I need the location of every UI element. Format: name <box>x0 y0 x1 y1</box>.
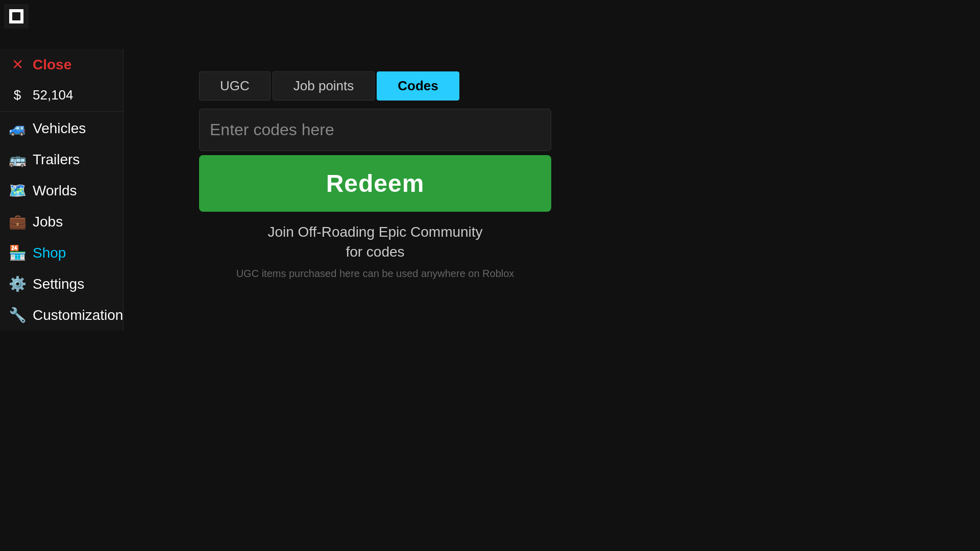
sidebar-item-settings[interactable]: ⚙️ Settings <box>0 268 123 299</box>
sidebar-item-trailers[interactable]: 🚌 Trailers <box>0 144 123 175</box>
sidebar-item-vehicles-label: Vehicles <box>33 120 86 137</box>
sidebar: ✕ Close $ 52,104 🚙 Vehicles 🚌 Trailers 🗺… <box>0 49 124 331</box>
worlds-icon: 🗺️ <box>8 182 27 199</box>
vehicles-icon: 🚙 <box>8 120 27 137</box>
trailers-icon: 🚌 <box>8 151 27 168</box>
roblox-logo <box>4 4 29 31</box>
code-input[interactable] <box>199 109 551 151</box>
sidebar-item-worlds-label: Worlds <box>33 183 77 199</box>
money-icon: $ <box>8 87 27 103</box>
tab-codes[interactable]: Codes <box>377 71 459 101</box>
sidebar-item-shop-label: Shop <box>33 245 66 261</box>
sidebar-item-shop[interactable]: 🏪 Shop <box>0 237 123 268</box>
redeem-button[interactable]: Redeem <box>199 155 551 212</box>
money-value: 52,104 <box>33 87 74 103</box>
shop-icon: 🏪 <box>8 244 27 261</box>
tab-bar: UGC Job points Codes <box>199 71 551 101</box>
customization-icon: 🔧 <box>8 307 27 323</box>
disclaimer-text: UGC items purchased here can be used any… <box>199 268 551 280</box>
sidebar-item-trailers-label: Trailers <box>33 152 80 168</box>
svg-rect-2 <box>12 12 20 20</box>
sidebar-item-settings-label: Settings <box>33 276 84 292</box>
sidebar-item-worlds[interactable]: 🗺️ Worlds <box>0 175 123 206</box>
money-display: $ 52,104 <box>0 80 123 110</box>
sidebar-item-jobs-label: Jobs <box>33 214 63 230</box>
jobs-icon: 💼 <box>8 213 27 230</box>
close-button[interactable]: ✕ Close <box>0 49 123 80</box>
sidebar-item-customization-label: Customization <box>33 307 123 323</box>
sidebar-item-jobs[interactable]: 💼 Jobs <box>0 206 123 237</box>
main-content: UGC Job points Codes Redeem Join Off-Roa… <box>199 71 551 280</box>
settings-icon: ⚙️ <box>8 276 27 292</box>
tab-job-points[interactable]: Job points <box>273 71 375 101</box>
close-icon: ✕ <box>8 56 27 73</box>
sidebar-item-customization[interactable]: 🔧 Customization <box>0 299 123 331</box>
tab-ugc[interactable]: UGC <box>199 71 271 101</box>
community-text: Join Off-Roading Epic Communityfor codes <box>199 222 551 262</box>
close-label: Close <box>33 57 71 73</box>
sidebar-item-vehicles[interactable]: 🚙 Vehicles <box>0 113 123 144</box>
